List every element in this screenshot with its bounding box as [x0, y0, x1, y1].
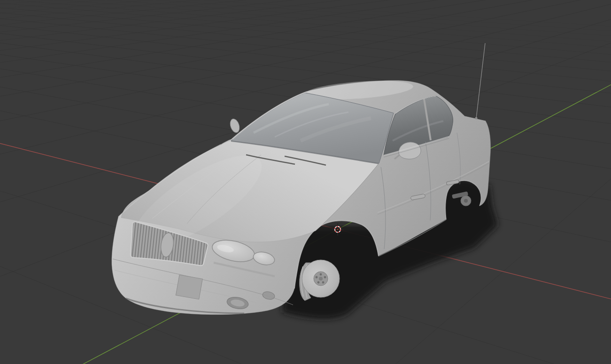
license-plate-mount — [176, 275, 202, 299]
cursor-center-dot — [337, 229, 338, 230]
viewport-canvas[interactable] — [0, 0, 611, 364]
hub-center-cap — [319, 277, 323, 281]
antenna-base — [475, 117, 478, 120]
3d-viewport[interactable] — [0, 0, 611, 364]
